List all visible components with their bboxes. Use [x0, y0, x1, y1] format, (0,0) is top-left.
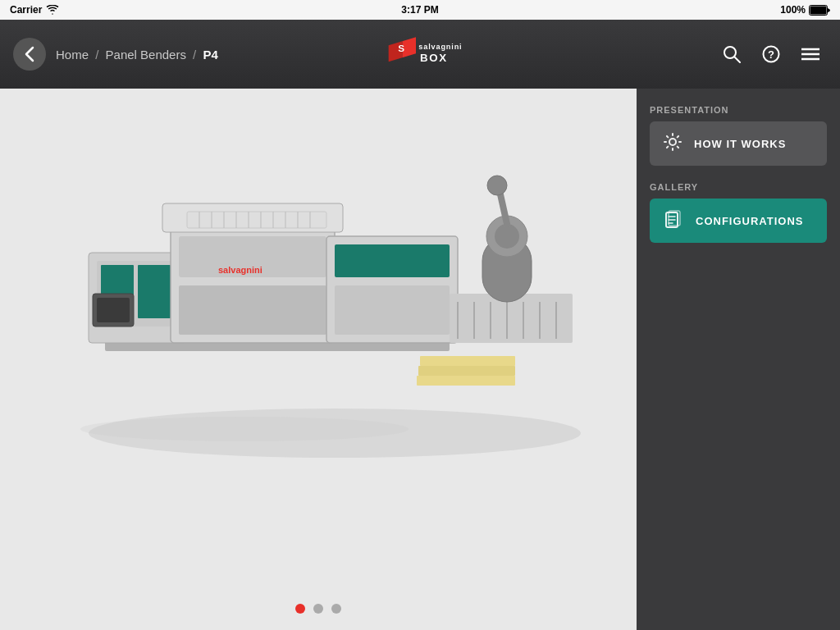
svg-text:S: S — [398, 43, 404, 54]
configurations-icon — [663, 209, 684, 233]
status-bar: Carrier 3:17 PM 100% — [0, 0, 840, 20]
svg-text:BOX: BOX — [420, 52, 448, 64]
nav-bar: Home / Panel Benders / P4 S salvagnini B… — [0, 20, 840, 89]
status-left: Carrier — [10, 4, 59, 16]
svg-point-59 — [669, 139, 676, 145]
configurations-svg — [663, 209, 684, 229]
status-time: 3:17 PM — [401, 4, 438, 16]
sidebar: PRESENTATION HOW IT WORKS GALLERY — [637, 89, 840, 630]
nav-icons: ? — [715, 38, 827, 71]
svg-rect-42 — [97, 298, 130, 322]
gear-icon — [663, 132, 682, 156]
how-it-works-button[interactable]: HOW IT WORKS — [650, 121, 827, 166]
breadcrumb-section: Panel Benders — [106, 48, 186, 62]
svg-rect-20 — [138, 265, 171, 318]
search-button[interactable] — [715, 38, 748, 71]
svg-rect-45 — [420, 356, 515, 366]
gear-svg — [663, 132, 682, 152]
svg-point-40 — [487, 176, 507, 195]
back-button[interactable] — [13, 38, 46, 71]
gallery-label: GALLERY — [650, 182, 827, 192]
wifi-icon — [46, 5, 59, 15]
svg-point-38 — [495, 224, 519, 249]
image-panel: salvagnini — [0, 89, 637, 630]
help-icon: ? — [762, 45, 780, 63]
svg-rect-1 — [810, 6, 827, 14]
battery-label: 100% — [780, 4, 806, 16]
svg-rect-46 — [187, 212, 326, 228]
presentation-label: PRESENTATION — [650, 105, 827, 115]
breadcrumb-sep1: / — [92, 48, 103, 62]
how-it-works-label: HOW IT WORKS — [694, 138, 786, 150]
breadcrumb-sep2: / — [189, 48, 200, 62]
configurations-label: CONFIGURATIONS — [696, 215, 803, 227]
svg-rect-23 — [179, 285, 326, 335]
svg-line-9 — [734, 57, 740, 62]
salvagnini-logo: S salvagnini BOX — [379, 30, 461, 79]
breadcrumb-home: Home — [56, 48, 89, 62]
logo-svg: S salvagnini BOX — [379, 30, 461, 78]
svg-rect-44 — [418, 366, 515, 376]
carousel-dots — [295, 604, 341, 614]
main-content: salvagnini PRESENTATION HOW IT WORK — [0, 89, 840, 630]
svg-text:?: ? — [768, 48, 774, 61]
menu-button[interactable] — [794, 38, 827, 71]
help-button[interactable]: ? — [755, 38, 788, 71]
svg-rect-26 — [335, 244, 450, 277]
svg-text:salvagnini: salvagnini — [418, 43, 461, 51]
svg-rect-43 — [417, 376, 515, 386]
breadcrumb-current: P4 — [203, 48, 217, 62]
logo-container: S salvagnini BOX — [379, 30, 461, 79]
carousel-dot-3[interactable] — [331, 604, 341, 614]
configurations-button[interactable]: CONFIGURATIONS — [650, 199, 827, 243]
carousel-dot-1[interactable] — [295, 604, 305, 614]
back-arrow-icon — [25, 46, 34, 62]
battery-icon — [809, 5, 830, 16]
search-icon — [723, 45, 741, 63]
sidebar-presentation-section: PRESENTATION HOW IT WORKS — [650, 105, 827, 166]
sidebar-gallery-section: GALLERY CONFIGURATIONS — [650, 182, 827, 243]
carrier-label: Carrier — [10, 4, 42, 16]
machine-illustration: salvagnini — [39, 105, 597, 482]
svg-point-58 — [80, 417, 409, 441]
svg-rect-27 — [335, 285, 450, 335]
carousel-dot-2[interactable] — [313, 604, 323, 614]
svg-text:salvagnini: salvagnini — [218, 265, 262, 275]
status-right: 100% — [780, 4, 830, 16]
menu-icon — [801, 48, 819, 61]
